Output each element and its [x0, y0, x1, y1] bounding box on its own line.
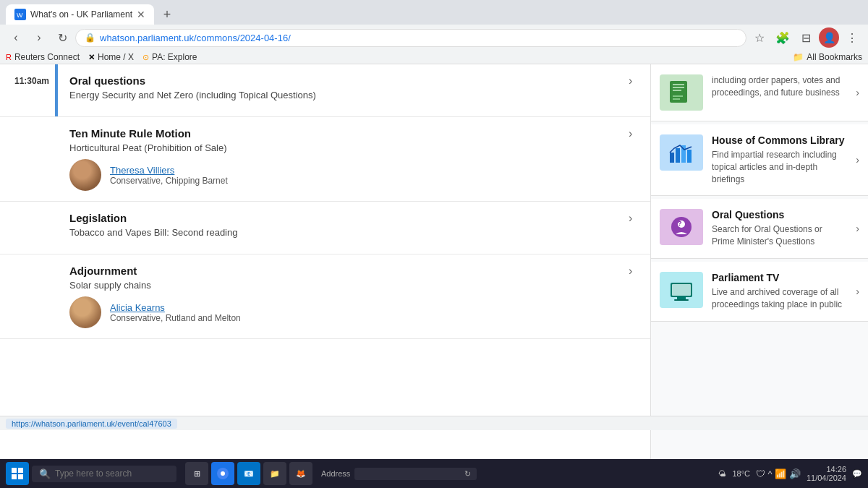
avatar-alicia	[69, 296, 101, 328]
sidebar-card-desc: Live and archived coverage of all procee…	[712, 286, 847, 311]
svg-text:?: ?	[678, 220, 682, 227]
sidebar-card-desc: including order papers, votes and procee…	[712, 74, 847, 99]
person-detail-text: Conservative, Chipping Barnet	[110, 176, 228, 186]
sidebar-card-desc: Find impartial research including topica…	[712, 149, 847, 185]
item-body: Legislation Tobacco and Vapes Bill: Seco…	[58, 202, 629, 254]
security-icon: 🔒	[85, 33, 95, 43]
bookmark-reuters-label: Reuters Connect	[14, 52, 80, 62]
item-arrow-icon[interactable]: ›	[629, 254, 650, 338]
bookmarks-bar: R Reuters Connect ✕ Home / X ⊙ PA: Explo…	[0, 51, 868, 64]
svg-rect-11	[687, 150, 692, 163]
menu-button[interactable]: ⋮	[842, 27, 862, 48]
time-label: 11:30am	[0, 64, 58, 116]
bookmark-twitter[interactable]: ✕ Home / X	[88, 52, 134, 62]
sidebar-card-title: House of Commons Library	[712, 134, 847, 146]
sidebar-card-title: Oral Questions	[712, 209, 847, 221]
navigation-bar: ‹ › ↻ 🔒 whatson.parliament.uk/commons/20…	[0, 25, 868, 51]
svg-rect-6	[673, 95, 683, 97]
agenda-item-adjournment: Adjournment Solar supply chains Alicia K…	[0, 254, 650, 339]
back-button[interactable]: ‹	[6, 27, 26, 48]
main-content: 11:30am Oral questions Energy Security a…	[0, 64, 651, 459]
person-info: Alicia Kearns Conservative, Rutland and …	[110, 302, 241, 323]
status-url-text: https://whatson.parliament.uk/event/cal4…	[6, 419, 177, 429]
sidebar-card-library[interactable]: House of Commons Library Find impartial …	[651, 124, 868, 196]
person-info: Theresa Villiers Conservative, Chipping …	[110, 165, 228, 186]
item-description: Horticultural Peat (Prohibition of Sale)	[69, 142, 617, 153]
svg-rect-5	[673, 90, 681, 91]
bookmark-reuters[interactable]: R Reuters Connect	[6, 52, 80, 62]
all-bookmarks-button[interactable]: 📁 All Bookmarks	[793, 52, 862, 62]
time-empty	[0, 117, 58, 201]
item-body: Oral questions Energy Security and Net Z…	[58, 64, 629, 116]
item-type-label[interactable]: Ten Minute Rule Motion	[69, 127, 617, 140]
item-arrow-icon[interactable]: ›	[629, 202, 650, 254]
person-detail-text: Conservative, Rutland and Melton	[110, 313, 241, 323]
svg-rect-18	[674, 299, 689, 301]
svg-rect-8	[670, 153, 674, 163]
sidebar-thumbnail-tv	[660, 272, 703, 308]
item-type-label[interactable]: Legislation	[69, 212, 617, 224]
item-description: Energy Security and Net Zero (including …	[69, 90, 617, 100]
sidebar-card-text: Parliament TV Live and archived coverage…	[712, 272, 847, 311]
sidebar-arrow-icon: ›	[856, 87, 859, 98]
person-name-link[interactable]: Theresa Villiers	[110, 165, 228, 176]
sidebar-card-text: including order papers, votes and procee…	[712, 74, 847, 99]
svg-rect-17	[677, 297, 686, 299]
sidebar-card-oral-questions[interactable]: ? Oral Questions Search for Oral Questio…	[651, 199, 868, 259]
item-type-label[interactable]: Oral questions	[69, 74, 617, 87]
agenda-item-legislation: Legislation Tobacco and Vapes Bill: Seco…	[0, 202, 650, 254]
sidebar-thumbnail-oral: ?	[660, 209, 703, 245]
svg-rect-7	[673, 98, 680, 100]
sidebar-arrow-icon: ›	[856, 154, 859, 166]
status-bar: https://whatson.parliament.uk/event/cal4…	[0, 416, 868, 430]
new-tab-button[interactable]: +	[157, 4, 177, 25]
svg-text:W: W	[17, 12, 23, 19]
svg-rect-3	[673, 84, 684, 85]
extensions-button[interactable]: 🧩	[773, 27, 793, 48]
time-empty	[0, 202, 58, 254]
item-body: Adjournment Solar supply chains Alicia K…	[58, 254, 629, 338]
refresh-button[interactable]: ↻	[52, 27, 72, 48]
tab-close-button[interactable]: ✕	[137, 9, 145, 20]
star-button[interactable]: ☆	[749, 27, 770, 48]
right-sidebar: including order papers, votes and procee…	[651, 64, 868, 459]
avatar-theresa	[69, 159, 101, 191]
profile-button[interactable]: 👤	[819, 27, 839, 48]
page-content: 11:30am Oral questions Energy Security a…	[0, 64, 868, 459]
sidebar-card-text: Oral Questions Search for Oral Questions…	[712, 209, 847, 248]
sidebar-toggle-button[interactable]: ⊟	[796, 27, 816, 48]
nav-right-buttons: ☆ 🧩 ⊟ 👤 ⋮	[749, 27, 862, 48]
url-text: whatson.parliament.uk/commons/2024-04-16…	[100, 33, 291, 43]
sidebar-arrow-icon: ›	[856, 223, 859, 234]
person-name-link[interactable]: Alicia Kearns	[110, 302, 241, 313]
item-arrow-icon[interactable]: ›	[629, 117, 650, 201]
bookmark-pa[interactable]: ⊙ PA: Explore	[142, 52, 197, 62]
bookmark-twitter-label: Home / X	[98, 52, 134, 62]
sidebar-card-desc: Search for Oral Questions or Prime Minis…	[712, 223, 847, 248]
forward-button[interactable]: ›	[29, 27, 49, 48]
sidebar-thumbnail-library	[660, 134, 703, 171]
item-description: Solar supply chains	[69, 280, 617, 291]
agenda-item-oral-questions: 11:30am Oral questions Energy Security a…	[0, 64, 650, 117]
sidebar-card-text: House of Commons Library Find impartial …	[712, 134, 847, 185]
sidebar-card-parliament-tv[interactable]: Parliament TV Live and archived coverage…	[651, 262, 868, 322]
item-description: Tobacco and Vapes Bill: Second reading	[69, 227, 617, 238]
sidebar-card-title: Parliament TV	[712, 272, 847, 283]
tab-title: What's on - UK Parliament	[30, 9, 132, 20]
svg-rect-4	[673, 87, 684, 88]
item-body: Ten Minute Rule Motion Horticultural Pea…	[58, 117, 629, 201]
time-empty	[0, 254, 58, 338]
item-arrow-icon[interactable]: ›	[629, 64, 650, 116]
person-row: Alicia Kearns Conservative, Rutland and …	[69, 296, 617, 328]
active-tab[interactable]: W What's on - UK Parliament ✕	[6, 4, 154, 25]
sidebar-arrow-icon: ›	[856, 286, 859, 297]
address-bar[interactable]: 🔒 whatson.parliament.uk/commons/2024-04-…	[75, 29, 746, 47]
tab-bar: W What's on - UK Parliament ✕ +	[0, 0, 868, 25]
bookmark-pa-label: PA: Explore	[152, 52, 197, 62]
sidebar-thumbnail-proceedings	[660, 74, 703, 111]
sidebar-card-proceedings[interactable]: including order papers, votes and procee…	[651, 64, 868, 121]
tab-favicon: W	[14, 9, 26, 20]
item-type-label[interactable]: Adjournment	[69, 265, 617, 277]
agenda-item-ten-minute-rule: Ten Minute Rule Motion Horticultural Pea…	[0, 117, 650, 202]
svg-rect-16	[672, 284, 691, 296]
